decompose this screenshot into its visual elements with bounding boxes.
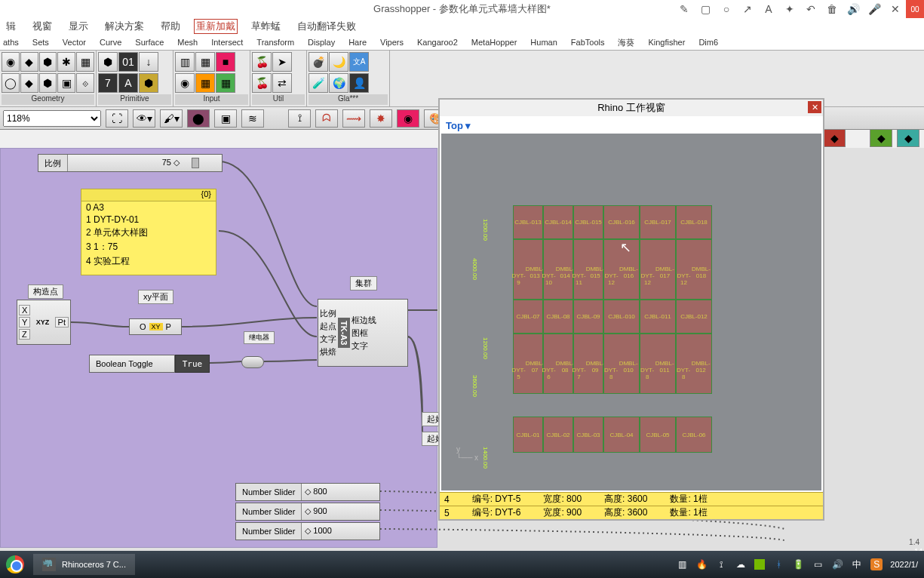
gla-btn-5[interactable]: 🌍 [329, 73, 348, 93]
edit-icon[interactable]: ✎ [674, 0, 695, 18]
red-cube-icon[interactable]: ◆ [823, 129, 846, 147]
number-slider-2[interactable]: Number Slider◇ 900 [235, 503, 380, 521]
number-slider-3[interactable]: Number Slider◇ 1000 [235, 522, 380, 540]
rhino-title[interactable]: Rhino 工作视窗 ✕ [440, 100, 823, 116]
gla-btn-1[interactable]: 💣 [309, 52, 328, 72]
tray-icon-2[interactable]: 🔥 [695, 558, 708, 570]
magic-icon[interactable]: ✦ [779, 0, 800, 18]
util-btn-3[interactable]: 🍒 [252, 73, 272, 93]
geom-btn-7[interactable]: ◆ [20, 73, 38, 93]
tab-dim6[interactable]: Dim6 [698, 38, 718, 47]
tray-nvidia-icon[interactable] [754, 559, 765, 570]
view-icon[interactable]: 👁▾ [133, 109, 155, 128]
tray-icon-4[interactable]: ☁ [735, 558, 747, 570]
blob-icon[interactable]: ⬤ [187, 109, 210, 128]
windows-taskbar[interactable]: 🦏 Rhinoceros 7 C... ▥ 🔥 ⟟ ☁ ᚼ 🔋 ▭ 🔊 中 S … [0, 551, 924, 578]
geom-btn-5[interactable]: ▦ [76, 52, 94, 72]
compass-icon[interactable]: ⟟ [288, 109, 311, 128]
zoom-select[interactable]: 118% [3, 110, 101, 127]
rhino-viewport-window[interactable]: Rhino 工作视窗 ✕ Top ▾ 1200.00 4000.00 1200.… [438, 98, 824, 521]
menu-reload[interactable]: 重新加戴 [194, 19, 238, 34]
geom-btn-10[interactable]: ⟐ [76, 73, 94, 93]
geom-btn-2[interactable]: ◆ [20, 52, 38, 72]
rhino-taskbar-app[interactable]: 🦏 Rhinoceros 7 C... [33, 554, 135, 575]
record-badge[interactable]: 00 [906, 0, 924, 18]
input-btn-4[interactable]: ◉ [175, 73, 195, 93]
undo-icon[interactable]: ↶ [800, 0, 821, 18]
rhino-view-name[interactable]: Top ▾ [446, 120, 471, 131]
tray-volume-icon[interactable]: 🔊 [831, 558, 843, 570]
tray-network-icon[interactable]: ▭ [812, 558, 824, 570]
zoomfit-icon[interactable]: ⛶ [106, 109, 128, 128]
prim-btn-3[interactable]: ↓ [139, 52, 158, 72]
tab-mesh[interactable]: Mesh [177, 38, 198, 47]
close-icon[interactable]: ✕ [885, 0, 906, 18]
geom-btn-8[interactable]: ⬢ [39, 73, 57, 93]
menu-edit[interactable]: 辑 [3, 20, 19, 33]
prim-btn-4[interactable]: 7 [98, 73, 118, 93]
tab-metahopper[interactable]: MetaHopper [471, 38, 517, 47]
prim-btn-2[interactable]: 01 [118, 52, 138, 72]
tab-fabtools[interactable]: FabTools [571, 38, 605, 47]
menu-window[interactable]: 视窗 [29, 20, 55, 33]
gla-btn-3[interactable]: 文A [349, 52, 369, 72]
number-slider-1[interactable]: Number Slider◇ 800 [235, 483, 380, 501]
tab-anemone[interactable]: 海葵 [618, 37, 634, 48]
tab-kingfisher[interactable]: Kingfisher [648, 38, 685, 47]
input-btn-2[interactable]: ▦ [195, 52, 215, 72]
gla-btn-6[interactable]: 👤 [349, 73, 369, 93]
gla-btn-4[interactable]: 🧪 [309, 73, 328, 93]
sound-icon[interactable]: 🔊 [843, 0, 864, 18]
menu-display[interactable]: 显示 [66, 20, 91, 33]
tab-surface[interactable]: Surface [135, 38, 164, 47]
menu-translate[interactable]: 自动翻译失败 [294, 20, 359, 33]
ratio-slider[interactable]: 比例 75 ◇ [38, 154, 223, 172]
input-btn-3[interactable]: ■ [216, 52, 235, 72]
sketch-icon[interactable]: 🖌▾ [160, 109, 183, 128]
arrow-icon[interactable]: ↗ [737, 0, 758, 18]
tray-bluetooth-icon[interactable]: ᚼ [772, 558, 784, 570]
text-panel[interactable]: {0} 0 A3 1 DYT-DY-01 2 单元体大样图 3 1：75 4 实… [81, 189, 216, 275]
tab-transform[interactable]: Transform [256, 38, 294, 47]
tab-human[interactable]: Human [530, 38, 557, 47]
tray-ime-icon[interactable]: 中 [851, 558, 863, 570]
tab-curve[interactable]: Curve [100, 38, 121, 47]
util-btn-1[interactable]: 🍒 [252, 52, 272, 72]
geom-btn-1[interactable]: ◉ [2, 52, 20, 72]
tray-icon-1[interactable]: ▥ [676, 558, 688, 570]
cluster-component[interactable]: 比例 起点 文字 烘焙 TK-A3 框边线 图框 文字 [318, 299, 408, 367]
prim-btn-1[interactable]: ⬢ [98, 52, 118, 72]
tab-intersect[interactable]: Intersect [211, 38, 243, 47]
prim-btn-5[interactable]: A [118, 73, 138, 93]
chrome-taskbar-icon[interactable] [0, 551, 30, 578]
geom-btn-6[interactable]: ◯ [2, 73, 20, 93]
system-tray[interactable]: ▥ 🔥 ⟟ ☁ ᚼ 🔋 ▭ 🔊 中 S 2022/1/ [676, 558, 924, 570]
menu-extra1[interactable]: 草蚱蜢 [248, 20, 284, 33]
circle-icon[interactable]: ○ [716, 0, 737, 18]
target-icon[interactable]: ◉ [397, 109, 419, 128]
tray-sogou-icon[interactable]: S [870, 558, 883, 570]
rhino-close-icon[interactable]: ✕ [808, 101, 821, 113]
boolean-toggle[interactable]: Boolean Toggle True [89, 355, 210, 373]
rhino-viewport[interactable]: 1200.00 4000.00 1200.00 3600.00 1400.00 … [441, 134, 821, 490]
tab-display[interactable]: Display [308, 38, 335, 47]
tab-vector[interactable]: Vector [63, 38, 86, 47]
square-icon[interactable]: ▢ [695, 0, 716, 18]
tray-battery-icon[interactable]: 🔋 [792, 558, 804, 570]
wave-icon[interactable]: ≋ [241, 109, 264, 128]
tray-icon-3[interactable]: ⟟ [715, 558, 727, 570]
construct-point-component[interactable]: X Y Z XYZ Pt [17, 300, 71, 345]
flame-icon[interactable]: ᗣ [315, 109, 338, 128]
input-btn-6[interactable]: ▦ [216, 73, 235, 93]
relay-component[interactable] [241, 356, 264, 368]
geom-btn-9[interactable]: ▣ [57, 73, 75, 93]
teal-obj-icon[interactable]: ◆ [897, 129, 919, 147]
tab-hare[interactable]: Hare [348, 38, 367, 47]
gla-btn-2[interactable]: 🌙 [329, 52, 348, 72]
geom-btn-3[interactable]: ⬢ [39, 52, 57, 72]
trash-icon[interactable]: 🗑 [821, 0, 843, 18]
tab-kangaroo[interactable]: Kangaroo2 [417, 38, 458, 47]
geom-btn-4[interactable]: ✱ [57, 52, 75, 72]
tray-date[interactable]: 2022/1/ [890, 560, 918, 569]
mic-icon[interactable]: 🎤 [864, 0, 885, 18]
